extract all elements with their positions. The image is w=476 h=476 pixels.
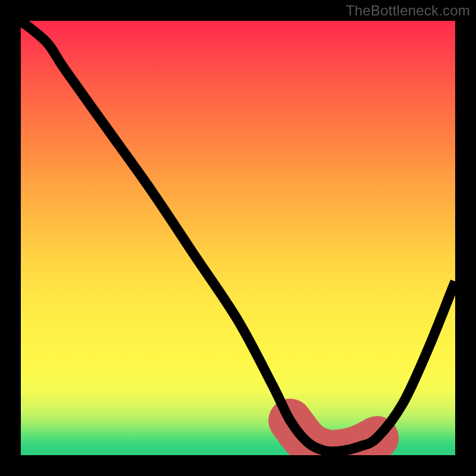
- bottleneck-curve: [21, 21, 455, 452]
- chart-plot-area: [21, 21, 455, 455]
- watermark-text: TheBottleneck.com: [346, 2, 470, 19]
- chart-svg: [21, 21, 455, 455]
